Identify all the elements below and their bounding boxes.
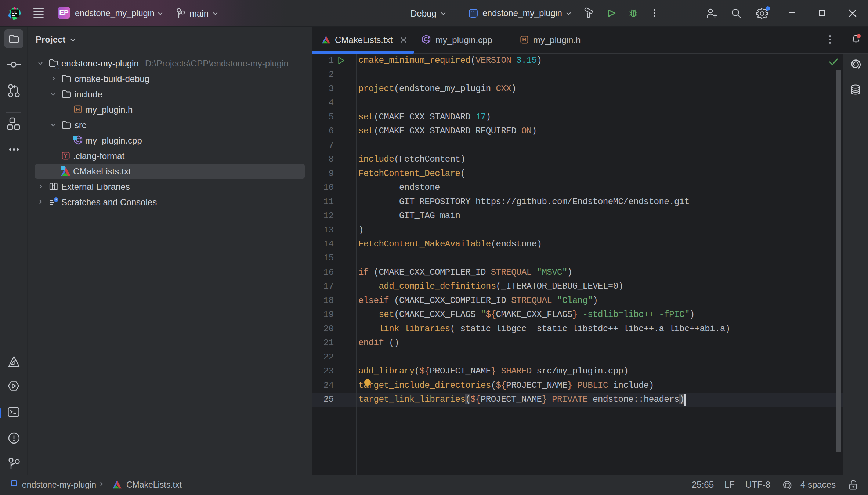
svg-text:CL: CL [12, 10, 17, 14]
